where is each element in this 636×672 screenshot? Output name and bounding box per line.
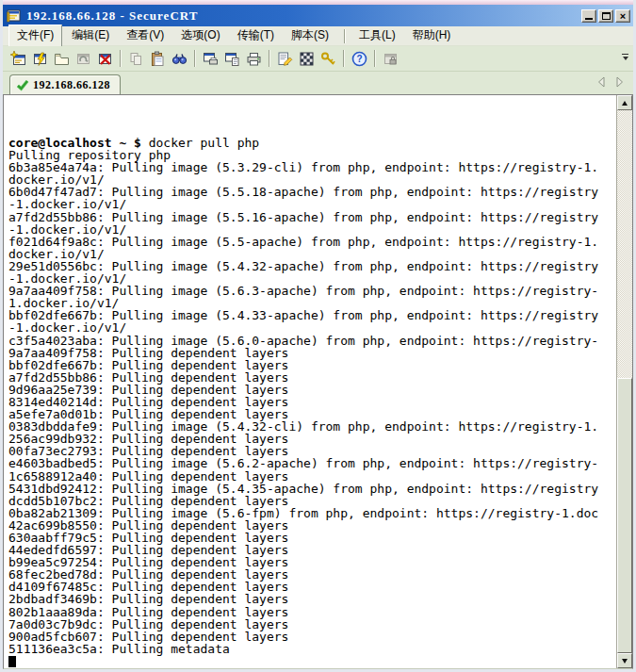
menu-separator	[344, 29, 346, 43]
print-preview-button[interactable]	[200, 48, 221, 69]
quick-connect-button[interactable]	[8, 48, 29, 69]
copy-icon	[128, 51, 144, 67]
toolbar: ?	[3, 46, 633, 72]
menu-edit[interactable]: 编辑(E)	[64, 25, 117, 46]
securecrt-app-icon[interactable]	[7, 8, 22, 24]
toolbar-separator	[269, 50, 270, 67]
print-setup-button[interactable]	[221, 48, 243, 69]
tab-scroll-right-icon[interactable]	[615, 76, 624, 88]
paste-button[interactable]	[147, 48, 169, 69]
terminal-area: core@localhost ~ $ docker pull php Pulli…	[3, 94, 633, 669]
vertical-scrollbar[interactable]	[616, 95, 632, 668]
help-icon: ?	[351, 51, 367, 67]
print-setup-icon	[224, 51, 240, 67]
session-tab-label: 192.168.66.128	[33, 78, 110, 92]
menu-options[interactable]: 选项(O)	[173, 25, 227, 46]
scroll-down-icon	[622, 659, 628, 664]
menu-tools[interactable]: 工具(L)	[351, 25, 403, 46]
key-icon	[320, 51, 336, 67]
help-button[interactable]: ?	[349, 48, 370, 69]
titlebar[interactable]: 192.168.66.128 - SecureCRT ×	[3, 5, 633, 26]
maximize-icon	[602, 12, 611, 20]
tab-scroll-left-icon[interactable]	[597, 76, 606, 88]
toolbar-overflow-icon	[622, 54, 628, 55]
connect-button[interactable]	[29, 48, 51, 69]
find-button[interactable]	[169, 48, 190, 69]
session-locked-button[interactable]	[380, 48, 401, 69]
menu-view[interactable]: 查看(V)	[119, 25, 171, 46]
close-icon: ×	[620, 11, 626, 21]
toolbar-separator	[343, 50, 345, 67]
disconnect-icon	[97, 51, 113, 67]
terminal-screen[interactable]: core@localhost ~ $ docker pull php Pulli…	[4, 95, 616, 668]
svg-text:?: ?	[356, 54, 362, 64]
menu-script[interactable]: 脚本(S)	[284, 25, 336, 46]
tab-bar: 192.168.66.128	[3, 72, 633, 94]
toolbar-overflow-button[interactable]	[621, 54, 629, 63]
toolbar-separator	[374, 50, 376, 67]
menu-help[interactable]: 帮助(H)	[405, 25, 459, 46]
scroll-up-icon	[622, 101, 628, 106]
menu-transfer[interactable]: 传输(T)	[230, 25, 282, 46]
securecrt-window: 192.168.66.128 - SecureCRT × 文件(F) 编辑(E)…	[0, 0, 636, 672]
terminal-output: Pulling repository php 6b3a85e4a74a: Pul…	[8, 148, 598, 656]
menu-bar: 文件(F) 编辑(E) 查看(V) 选项(O) 传输(T) 脚本(S) 工具(L…	[3, 26, 633, 46]
quick-connect-icon	[10, 51, 26, 67]
toolbar-separator	[120, 50, 122, 67]
connect-icon	[32, 51, 48, 67]
reconnect-icon	[75, 51, 91, 67]
window-title: 192.168.66.128 - SecureCRT	[26, 8, 581, 24]
scroll-up-button[interactable]	[617, 95, 632, 110]
minimize-button[interactable]	[581, 9, 596, 23]
connect-in-tab-button[interactable]	[51, 48, 73, 69]
connect-in-tab-icon	[54, 51, 70, 67]
copy-button[interactable]	[125, 48, 147, 69]
maximize-button[interactable]	[598, 9, 613, 23]
session-locked-icon	[383, 51, 399, 67]
toolbar-separator	[194, 50, 196, 67]
connected-check-icon	[16, 78, 29, 91]
scrollbar-thumb[interactable]	[617, 378, 632, 653]
scroll-down-button[interactable]	[617, 653, 632, 668]
minimize-icon	[585, 18, 593, 20]
session-tab[interactable]: 192.168.66.128	[9, 74, 121, 94]
keymap-editor-button[interactable]	[296, 48, 318, 69]
menu-file[interactable]: 文件(F)	[8, 25, 62, 47]
reconnect-button[interactable]	[73, 48, 94, 69]
disconnect-button[interactable]	[94, 48, 116, 69]
print-preview-icon	[203, 51, 219, 67]
paste-icon	[150, 51, 166, 67]
close-button[interactable]: ×	[615, 9, 630, 23]
session-options-icon	[277, 51, 293, 67]
print-icon	[246, 51, 262, 67]
find-icon	[171, 51, 188, 67]
session-options-button[interactable]	[274, 48, 296, 69]
key-generation-button[interactable]	[318, 48, 339, 69]
keymap-editor-icon	[299, 51, 315, 67]
print-button[interactable]	[243, 48, 265, 69]
terminal-cursor	[8, 656, 16, 667]
